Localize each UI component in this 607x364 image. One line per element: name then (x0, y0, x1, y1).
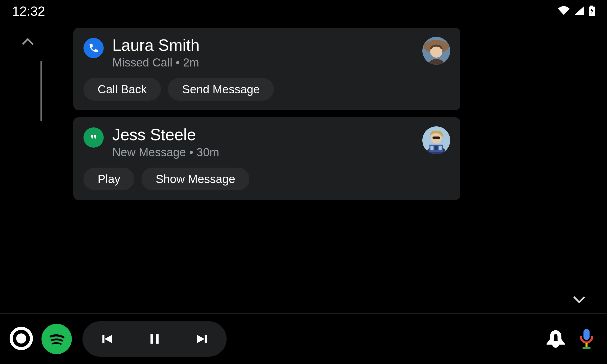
svg-rect-5 (435, 146, 438, 150)
call-back-button[interactable]: Call Back (83, 78, 161, 101)
notification-title: Jess Steele (112, 126, 450, 144)
status-bar: 12:32 (0, 3, 607, 19)
notification-subtitle: Missed Call • 2m (112, 56, 450, 69)
notification-subtitle: New Message • 30m (112, 145, 450, 159)
send-message-button[interactable]: Send Message (168, 78, 274, 101)
spotify-app-icon[interactable] (41, 324, 72, 354)
phone-app-icon (83, 38, 104, 58)
bottom-nav-bar (0, 314, 607, 364)
svg-rect-12 (586, 343, 588, 347)
media-controls-bar (82, 321, 227, 357)
scrollbar-track[interactable] (40, 61, 42, 121)
pause-button[interactable] (146, 331, 163, 347)
notifications-button[interactable] (544, 330, 567, 348)
svg-point-10 (16, 333, 26, 344)
svg-rect-6 (439, 146, 442, 150)
svg-rect-13 (582, 347, 591, 349)
show-message-button[interactable]: Show Message (141, 168, 249, 190)
contact-avatar (422, 37, 450, 65)
notification-list-region: Laura Smith Missed Call • 2m Call Back S… (15, 28, 592, 311)
svg-rect-11 (583, 329, 590, 340)
play-message-button[interactable]: Play (83, 168, 134, 190)
notification-card-missed-call[interactable]: Laura Smith Missed Call • 2m Call Back S… (73, 28, 460, 110)
voice-assistant-button[interactable] (575, 328, 598, 350)
cell-signal-icon (574, 6, 584, 16)
svg-rect-8 (432, 136, 440, 139)
wifi-icon (558, 6, 570, 16)
scroll-up-button[interactable] (15, 38, 40, 46)
previous-track-button[interactable] (98, 331, 115, 347)
next-track-button[interactable] (194, 331, 211, 347)
hangouts-app-icon (83, 127, 104, 148)
contact-avatar (422, 126, 450, 154)
battery-charging-icon (589, 6, 595, 17)
scroll-down-button[interactable] (567, 296, 592, 303)
notification-title: Laura Smith (112, 36, 450, 54)
status-time: 12:32 (12, 4, 45, 19)
notification-card-new-message[interactable]: Jess Steele New Message • 30m (73, 117, 460, 200)
svg-rect-4 (430, 146, 433, 150)
home-button[interactable] (9, 326, 33, 352)
